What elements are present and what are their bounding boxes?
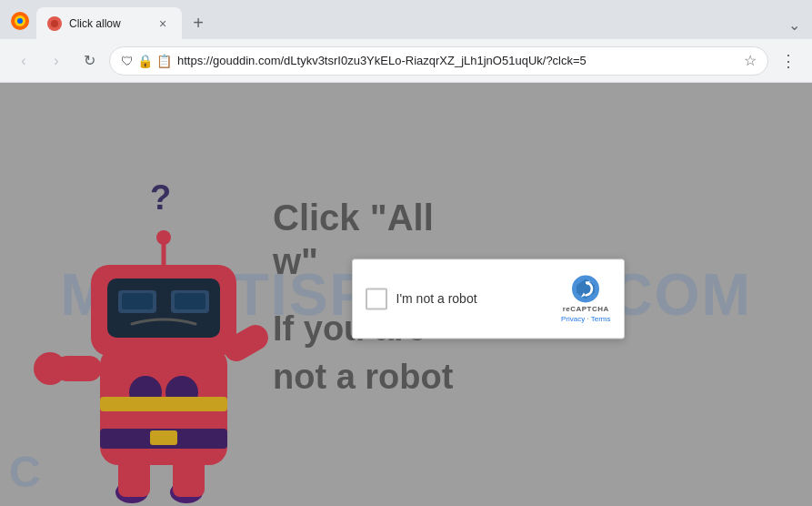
svg-point-21 <box>34 352 66 385</box>
menu-dots-icon: ⋮ <box>780 51 797 71</box>
reader-icon: 📋 <box>156 54 172 68</box>
tab-title: Click allow <box>69 17 121 30</box>
reload-icon: ↻ <box>84 52 95 69</box>
svg-point-19 <box>156 230 171 245</box>
svg-rect-17 <box>175 293 206 309</box>
recaptcha-logo-area: reCAPTCHA Privacy · Terms <box>561 274 611 323</box>
recaptcha-links: Privacy · Terms <box>561 315 611 323</box>
security-icons: 🛡 🔒 📋 <box>121 54 172 68</box>
recaptcha-brand-label: reCAPTCHA <box>563 305 609 313</box>
new-tab-button[interactable]: + <box>185 10 211 35</box>
back-icon: ‹ <box>21 53 25 69</box>
forward-icon: › <box>54 53 58 69</box>
url-text: https://gouddin.com/dLtykv3tsrI0zu3YkELo… <box>177 54 735 67</box>
recaptcha-logo-icon <box>571 274 600 303</box>
tab-favicon <box>47 16 62 31</box>
svg-rect-16 <box>122 293 153 309</box>
tab-right-controls: ⌄ <box>783 14 805 35</box>
tab-list: Click allow × + <box>7 7 783 39</box>
recaptcha-label: I'm not a robot <box>396 291 552 306</box>
page-content: MYANTISPYWARE.COM C ? <box>0 83 812 506</box>
svg-point-2 <box>17 18 23 24</box>
browser-frame: Click allow × + ⌄ ‹ › ↻ 🛡 🔒 📋 https://go… <box>0 0 812 506</box>
tab-bar: Click allow × + ⌄ <box>0 0 812 39</box>
body-line2: not a robot <box>273 353 453 401</box>
recaptcha-checkbox[interactable] <box>366 288 387 309</box>
url-bar[interactable]: 🛡 🔒 📋 https://gouddin.com/dLtykv3tsrI0zu… <box>109 46 768 76</box>
shield-icon: 🛡 <box>121 54 134 68</box>
recaptcha-privacy-link[interactable]: Privacy <box>561 315 585 323</box>
forward-button[interactable]: › <box>44 48 69 74</box>
address-bar: ‹ › ↻ 🛡 🔒 📋 https://gouddin.com/dLtykv3t… <box>0 39 812 83</box>
tab-close-button[interactable]: × <box>155 15 171 32</box>
recaptcha-terms-link[interactable]: Terms <box>591 315 611 323</box>
svg-rect-24 <box>150 430 177 445</box>
bookmark-star-icon[interactable]: ☆ <box>744 52 757 69</box>
question-mark: ? <box>150 178 171 218</box>
recaptcha-widget: I'm not a robot reCAPTCHA Privacy · Term… <box>352 258 625 339</box>
browser-logo <box>7 8 33 34</box>
back-button[interactable]: ‹ <box>11 48 36 74</box>
svg-rect-23 <box>100 397 227 411</box>
tab-chevron-down[interactable]: ⌄ <box>783 14 805 35</box>
browser-menu-button[interactable]: ⋮ <box>776 48 801 74</box>
reload-button[interactable]: ↻ <box>76 48 102 74</box>
lock-icon: 🔒 <box>137 54 153 68</box>
active-tab[interactable]: Click allow × <box>36 7 182 39</box>
